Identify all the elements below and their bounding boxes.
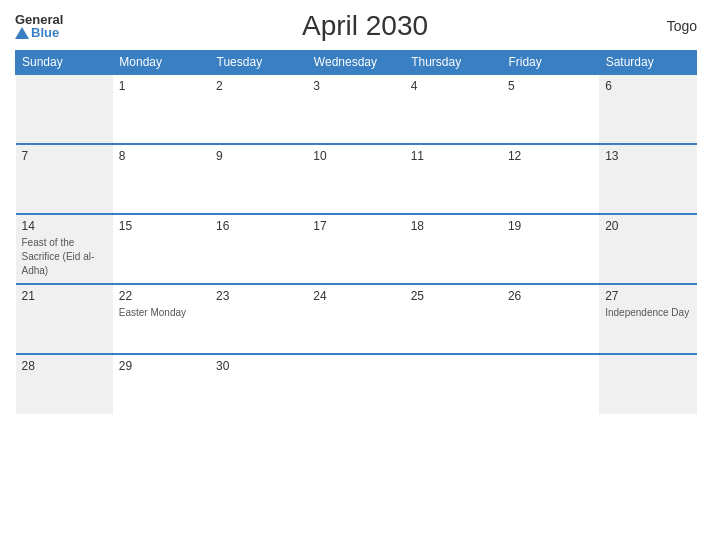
day-number: 6 <box>605 79 690 93</box>
calendar-cell: 2 <box>210 74 307 144</box>
col-thursday: Thursday <box>405 51 502 75</box>
logo-triangle-icon <box>15 27 29 39</box>
day-number: 29 <box>119 359 204 373</box>
col-sunday: Sunday <box>16 51 113 75</box>
calendar-cell: 18 <box>405 214 502 284</box>
calendar-cell: 7 <box>16 144 113 214</box>
day-number: 10 <box>313 149 398 163</box>
calendar-cell: 15 <box>113 214 210 284</box>
calendar-cell: 8 <box>113 144 210 214</box>
calendar-cell: 16 <box>210 214 307 284</box>
event-label: Feast of the Sacrifice (Eid al-Adha) <box>22 237 95 276</box>
event-label: Easter Monday <box>119 307 186 318</box>
day-number: 28 <box>22 359 107 373</box>
calendar-cell: 9 <box>210 144 307 214</box>
calendar-cell: 24 <box>307 284 404 354</box>
day-number: 13 <box>605 149 690 163</box>
calendar-cell: 17 <box>307 214 404 284</box>
calendar-title: April 2030 <box>302 10 428 42</box>
calendar-cell <box>405 354 502 414</box>
day-number: 5 <box>508 79 593 93</box>
day-number: 3 <box>313 79 398 93</box>
calendar-cell: 19 <box>502 214 599 284</box>
calendar-header-row: Sunday Monday Tuesday Wednesday Thursday… <box>16 51 697 75</box>
header: General Blue April 2030 Togo <box>15 10 697 42</box>
calendar-cell: 20 <box>599 214 696 284</box>
calendar-cell <box>502 354 599 414</box>
calendar-cell: 12 <box>502 144 599 214</box>
calendar-cell: 30 <box>210 354 307 414</box>
day-number: 15 <box>119 219 204 233</box>
calendar-cell: 28 <box>16 354 113 414</box>
calendar-table: Sunday Monday Tuesday Wednesday Thursday… <box>15 50 697 414</box>
calendar-week-row: 78910111213 <box>16 144 697 214</box>
day-number: 27 <box>605 289 690 303</box>
day-number: 23 <box>216 289 301 303</box>
col-friday: Friday <box>502 51 599 75</box>
calendar-cell: 21 <box>16 284 113 354</box>
calendar-cell: 14Feast of the Sacrifice (Eid al-Adha) <box>16 214 113 284</box>
calendar-cell <box>16 74 113 144</box>
day-number: 18 <box>411 219 496 233</box>
col-saturday: Saturday <box>599 51 696 75</box>
calendar-cell: 3 <box>307 74 404 144</box>
col-wednesday: Wednesday <box>307 51 404 75</box>
calendar-cell <box>307 354 404 414</box>
day-number: 1 <box>119 79 204 93</box>
calendar-week-row: 2122Easter Monday2324252627Independence … <box>16 284 697 354</box>
day-number: 30 <box>216 359 301 373</box>
calendar-cell: 27Independence Day <box>599 284 696 354</box>
col-tuesday: Tuesday <box>210 51 307 75</box>
logo-blue-text: Blue <box>15 26 59 39</box>
event-label: Independence Day <box>605 307 689 318</box>
day-number: 24 <box>313 289 398 303</box>
calendar-cell: 6 <box>599 74 696 144</box>
day-number: 4 <box>411 79 496 93</box>
day-number: 19 <box>508 219 593 233</box>
logo: General Blue <box>15 13 63 39</box>
calendar-cell: 1 <box>113 74 210 144</box>
day-number: 2 <box>216 79 301 93</box>
day-number: 7 <box>22 149 107 163</box>
day-number: 14 <box>22 219 107 233</box>
calendar-cell: 11 <box>405 144 502 214</box>
calendar-page: General Blue April 2030 Togo Sunday Mond… <box>0 0 712 550</box>
calendar-cell: 5 <box>502 74 599 144</box>
calendar-week-row: 282930 <box>16 354 697 414</box>
day-number: 12 <box>508 149 593 163</box>
day-number: 21 <box>22 289 107 303</box>
calendar-cell: 29 <box>113 354 210 414</box>
calendar-cell <box>599 354 696 414</box>
calendar-week-row: 14Feast of the Sacrifice (Eid al-Adha)15… <box>16 214 697 284</box>
day-number: 25 <box>411 289 496 303</box>
calendar-cell: 4 <box>405 74 502 144</box>
country-label: Togo <box>667 18 697 34</box>
calendar-cell: 10 <box>307 144 404 214</box>
calendar-cell: 13 <box>599 144 696 214</box>
calendar-cell: 23 <box>210 284 307 354</box>
calendar-cell: 22Easter Monday <box>113 284 210 354</box>
day-number: 17 <box>313 219 398 233</box>
day-number: 9 <box>216 149 301 163</box>
day-number: 16 <box>216 219 301 233</box>
day-number: 20 <box>605 219 690 233</box>
col-monday: Monday <box>113 51 210 75</box>
calendar-week-row: 123456 <box>16 74 697 144</box>
calendar-cell: 25 <box>405 284 502 354</box>
day-number: 22 <box>119 289 204 303</box>
day-number: 8 <box>119 149 204 163</box>
day-number: 26 <box>508 289 593 303</box>
day-number: 11 <box>411 149 496 163</box>
calendar-cell: 26 <box>502 284 599 354</box>
